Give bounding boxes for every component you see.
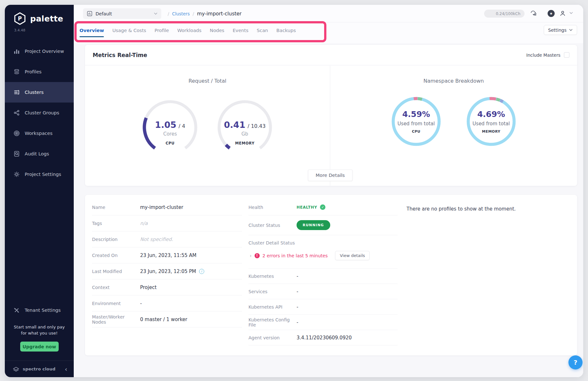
project-selector-value: Default (96, 11, 112, 16)
sidebar-footer: spectro cloud ‹ (5, 360, 74, 377)
upgrade-now-button[interactable]: Upgrade now (20, 342, 59, 352)
sidebar-item-profiles[interactable]: Profiles (5, 62, 74, 82)
sidebar: P palette 3.4.48 Project Overview (5, 5, 74, 377)
detail-row-agent-version: Agent version 3.4.11/20230609.0920 (248, 330, 398, 345)
network-icon (13, 110, 20, 116)
spectro-cloud-logo-icon (13, 366, 20, 373)
request-total-pane: Request / Total 1.05 / 4 (85, 66, 330, 186)
tools-icon (13, 307, 20, 313)
palette-logo-icon: P (13, 12, 27, 25)
include-masters-checkbox[interactable] (564, 52, 569, 58)
tab-overview[interactable]: Overview (80, 25, 104, 37)
usage-badge: 0.24/100kCh (484, 10, 525, 18)
namespace-breakdown-pane: Namespace Breakdown 4.59% Us (330, 66, 577, 186)
cpu-gauge: 1.05 / 4 Cores CPU (140, 98, 200, 157)
cpu-total-value: / 4 (179, 123, 185, 129)
project-selector[interactable]: Default (83, 8, 161, 19)
tab-usage-costs[interactable]: Usage & Costs (112, 25, 146, 37)
memory-used-label: Used from total (473, 121, 510, 127)
view-details-button[interactable]: View details (335, 251, 370, 260)
sidebar-item-project-settings[interactable]: Project Settings (5, 164, 74, 185)
sidebar-item-label: Clusters (25, 90, 44, 95)
cluster-details-card: Name my-import-cluster Tags n/a Descript… (85, 195, 577, 355)
chat-icon[interactable] (530, 10, 537, 17)
chevron-down-icon (569, 29, 573, 31)
memory-used-percent: 4.69% (477, 110, 505, 119)
topbar: Default / Clusters / my-import-cluster 0… (74, 5, 583, 22)
sidebar-item-label: Workspaces (25, 131, 53, 136)
more-details-button[interactable]: More Details (308, 170, 353, 181)
sidebar-item-label: Project Overview (25, 49, 64, 54)
cpu-donut-caption: CPU (412, 129, 421, 134)
user-icon[interactable] (559, 10, 566, 17)
tab-scan[interactable]: Scan (257, 25, 268, 37)
star-icon[interactable]: ★ (548, 10, 555, 17)
cpu-unit: Cores (163, 131, 177, 137)
breadcrumb-clusters-link[interactable]: Clusters (172, 11, 190, 16)
svg-text:P: P (18, 15, 22, 22)
error-icon: ! (255, 253, 260, 258)
detail-row-environment: Environment - (92, 295, 242, 311)
cluster-status-badge: RUNNING (297, 220, 330, 230)
health-status-value: HEALTHY (297, 205, 317, 210)
tab-workloads[interactable]: Workloads (177, 25, 201, 37)
cpu-request-value: 1.05 (155, 120, 176, 130)
memory-unit: Gb (241, 131, 248, 137)
breadcrumb-slash: / (193, 11, 194, 16)
memory-gauge: 0.41 / 10.43 Gb MEMORY (215, 98, 274, 157)
tab-events[interactable]: Events (233, 25, 248, 37)
sidebar-nav: Project Overview Profiles Clusters (5, 41, 74, 185)
request-total-title: Request / Total (85, 78, 330, 84)
cluster-detail-status-label: Cluster Detail Status (248, 240, 398, 245)
tenant-settings-label: Tenant Settings (25, 308, 61, 313)
sidebar-item-label: Cluster Groups (25, 110, 59, 115)
details-middle-column: Health HEALTHY ✓ Cluster Status RUNNING … (248, 199, 398, 345)
cpu-caption: CPU (165, 141, 174, 145)
namespace-cpu-donut: 4.59% Used from total CPU (390, 95, 442, 147)
brand-block: P palette 3.4.48 (13, 12, 63, 32)
include-masters-control: Include Masters (526, 52, 569, 58)
brand-name: palette (30, 14, 63, 23)
metrics-card: Metrics Real-Time Include Masters Reques… (85, 45, 577, 186)
help-button[interactable]: ? (568, 355, 583, 369)
tab-profile[interactable]: Profile (155, 25, 169, 37)
sidebar-item-cluster-groups[interactable]: Cluster Groups (5, 103, 74, 123)
layers-icon (13, 69, 20, 75)
detail-row-cluster-status: Cluster Status RUNNING (248, 215, 398, 235)
include-masters-label: Include Masters (526, 53, 560, 58)
breadcrumb: / Clusters / my-import-cluster (168, 5, 241, 22)
sidebar-item-audit-logs[interactable]: Audit Logs (5, 144, 74, 164)
app-window: P palette 3.4.48 Project Overview (5, 5, 583, 377)
sidebar-item-project-overview[interactable]: Project Overview (5, 41, 74, 62)
tab-backups[interactable]: Backups (276, 25, 296, 37)
settings-button[interactable]: Settings (544, 25, 577, 35)
sidebar-item-clusters[interactable]: Clusters (5, 82, 74, 103)
detail-row-kubernetes: Kubernetes - (248, 269, 398, 284)
profiles-empty-state: There are no profiles to show at the mom… (407, 206, 516, 212)
doc-search-icon (13, 151, 20, 157)
sidebar-item-tenant-settings[interactable]: Tenant Settings (5, 302, 74, 318)
breadcrumb-slash: / (168, 11, 169, 16)
cluster-detail-status-block: Cluster Detail Status › ! 2 errors in th… (248, 235, 398, 269)
info-icon[interactable]: i (199, 269, 204, 274)
collapse-sidebar-icon[interactable]: ‹ (65, 366, 67, 372)
details-left-column: Name my-import-cluster Tags n/a Descript… (92, 199, 242, 327)
chevron-down-icon[interactable] (569, 12, 573, 14)
target-icon (13, 130, 20, 137)
app-version: 3.4.48 (13, 28, 63, 32)
gear-icon (13, 171, 20, 178)
sidebar-item-workspaces[interactable]: Workspaces (5, 123, 74, 144)
error-message: 2 errors in the last 5 minutes (263, 253, 328, 258)
breadcrumb-current: my-import-cluster (197, 11, 241, 17)
screen: P palette 3.4.48 Project Overview (0, 0, 588, 381)
metrics-header: Metrics Real-Time Include Masters (85, 45, 577, 65)
cluster-tabs: Overview Usage & Costs Profile Workloads… (80, 25, 296, 37)
detail-row-kubernetes-api: Kubernetes API - (248, 299, 398, 315)
memory-total-value: / 10.43 (248, 123, 265, 129)
memory-request-value: 0.41 (224, 120, 246, 130)
detail-row-master-worker-nodes: Master/Worker Nodes 0 master / 1 worker (92, 311, 242, 327)
tab-nodes[interactable]: Nodes (210, 25, 224, 37)
chevron-right-icon[interactable]: › (250, 253, 252, 258)
detail-row-last-modified: Last Modified 23 Jun, 2023, 12:05 PM i (92, 263, 242, 279)
header-zone: Default / Clusters / my-import-cluster 0… (74, 5, 583, 43)
